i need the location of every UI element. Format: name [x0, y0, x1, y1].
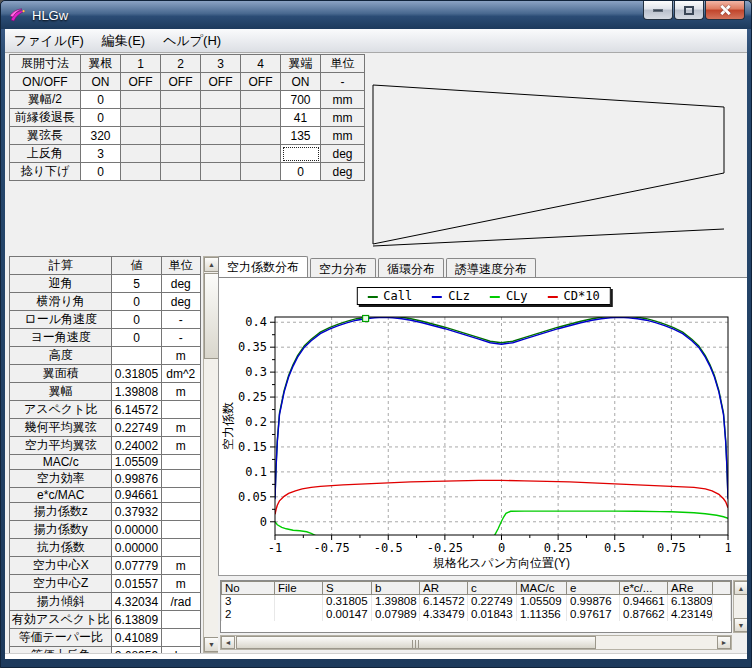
value-cell[interactable]: 0: [112, 311, 161, 329]
unit-cell: /rad: [161, 593, 200, 611]
scroll-thumb[interactable]: [236, 636, 596, 649]
cell[interactable]: 4.23149: [668, 608, 713, 621]
cell[interactable]: [275, 595, 323, 608]
cell[interactable]: 0.07989: [372, 608, 420, 621]
col-header[interactable]: MAC/c: [517, 582, 567, 595]
cell[interactable]: 1.11356: [517, 608, 567, 621]
cell[interactable]: 700: [281, 91, 321, 109]
cell[interactable]: 0.00147: [323, 608, 372, 621]
cell[interactable]: 6.13809: [668, 595, 713, 608]
col-header[interactable]: b: [372, 582, 420, 595]
minimize-button[interactable]: [643, 1, 673, 20]
calc-table-panel: 計算値単位迎角5deg横滑り角0degロール角速度0-ヨー角速度0-高度m翼面積…: [9, 256, 220, 653]
col-header[interactable]: ARe: [668, 582, 713, 595]
row-label: 揚力傾斜: [10, 593, 112, 611]
value-cell[interactable]: 0.41089: [112, 629, 161, 647]
cell[interactable]: 0.94661: [620, 595, 668, 608]
col-header[interactable]: S: [323, 582, 372, 595]
results-vscrollbar[interactable]: ▲ ▼: [733, 580, 747, 633]
cell[interactable]: ON: [81, 73, 121, 91]
y-tick-label: 0.3: [245, 365, 267, 379]
value-cell[interactable]: 1.39808: [112, 383, 161, 401]
col-header[interactable]: e*c/...: [620, 582, 668, 595]
cell[interactable]: [281, 145, 321, 163]
scroll-up-button[interactable]: ▲: [204, 257, 219, 272]
cell[interactable]: 6.14572: [420, 595, 468, 608]
scroll-thumb[interactable]: [204, 273, 219, 359]
cell[interactable]: 1.39808: [372, 595, 420, 608]
cell[interactable]: 2: [222, 608, 275, 621]
scroll-down-button[interactable]: ▼: [204, 637, 219, 652]
value-cell[interactable]: 0: [112, 293, 161, 311]
cell[interactable]: [275, 608, 323, 621]
value-cell[interactable]: 0: [112, 329, 161, 347]
value-cell[interactable]: 0.00000: [112, 521, 161, 539]
cell[interactable]: OFF: [161, 73, 201, 91]
col-header[interactable]: e: [567, 582, 620, 595]
unit-cell: m: [161, 347, 200, 365]
cell[interactable]: OFF: [241, 73, 281, 91]
close-button[interactable]: [705, 1, 745, 20]
cell[interactable]: ON: [281, 73, 321, 91]
results-row[interactable]: 20.001470.079894.334790.018431.113560.97…: [222, 608, 731, 621]
results-row[interactable]: 30.318051.398086.145720.227491.055090.99…: [222, 595, 731, 608]
menu-help[interactable]: ヘルプ(H): [154, 30, 230, 52]
tab-circulation-dist[interactable]: 循環分布: [378, 258, 444, 277]
col-header[interactable]: File: [275, 582, 323, 595]
value-cell[interactable]: 0.22749: [112, 419, 161, 437]
results-hscrollbar[interactable]: ◄ ►: [220, 635, 732, 650]
cell[interactable]: 0.01843: [468, 608, 517, 621]
value-cell[interactable]: 0.37932: [112, 503, 161, 521]
maximize-button[interactable]: [674, 1, 704, 20]
value-cell[interactable]: 5: [112, 275, 161, 293]
value-cell[interactable]: 0.99876: [112, 470, 161, 488]
cell[interactable]: 41: [281, 109, 321, 127]
tab-aero-dist[interactable]: 空力分布: [310, 258, 376, 277]
value-cell[interactable]: 1.05509: [112, 455, 161, 470]
value-cell[interactable]: 0.94661: [112, 488, 161, 503]
value-cell[interactable]: 6.14572: [112, 401, 161, 419]
cell[interactable]: 0: [281, 163, 321, 181]
cell[interactable]: 3: [222, 595, 275, 608]
cell[interactable]: 0.22749: [468, 595, 517, 608]
y-tick-label: 0: [260, 515, 267, 529]
cell[interactable]: 0: [81, 109, 121, 127]
cell[interactable]: 0: [81, 163, 121, 181]
menu-file[interactable]: ファイル(F): [5, 30, 93, 52]
value-cell[interactable]: 0.07779: [112, 557, 161, 575]
tab-induced-velocity-dist[interactable]: 誘導速度分布: [446, 258, 536, 277]
scroll-right-button[interactable]: ►: [717, 636, 731, 649]
title-bar[interactable]: HLGw: [1, 1, 751, 29]
cell[interactable]: 135: [281, 127, 321, 145]
cell[interactable]: 0: [81, 91, 121, 109]
scroll-down-button[interactable]: ▼: [734, 618, 747, 632]
cell[interactable]: 0.99876: [567, 595, 620, 608]
tab-aero-coeff-dist[interactable]: 空力係数分布: [218, 256, 308, 277]
cell[interactable]: 0.87662: [620, 608, 668, 621]
row-label: ロール角速度: [10, 311, 112, 329]
cell[interactable]: 3: [81, 145, 121, 163]
scroll-left-button[interactable]: ◄: [221, 636, 235, 649]
cell[interactable]: 1.05509: [517, 595, 567, 608]
value-cell[interactable]: 0.31805: [112, 365, 161, 383]
value-cell[interactable]: 0.24002: [112, 437, 161, 455]
x-tick-label: 0.25: [544, 541, 573, 555]
col-header[interactable]: AR: [420, 582, 468, 595]
cell[interactable]: 0.97617: [567, 608, 620, 621]
cell[interactable]: OFF: [201, 73, 241, 91]
cell[interactable]: 0.31805: [323, 595, 372, 608]
cell: deg: [321, 145, 365, 163]
value-cell[interactable]: 4.32034: [112, 593, 161, 611]
col-header[interactable]: No: [222, 582, 275, 595]
cell[interactable]: OFF: [121, 73, 161, 91]
col-header[interactable]: c: [468, 582, 517, 595]
value-cell[interactable]: 0.00000: [112, 539, 161, 557]
cell[interactable]: 4.33479: [420, 608, 468, 621]
value-cell[interactable]: 6.13809: [112, 611, 161, 629]
scroll-up-button[interactable]: ▲: [734, 581, 747, 595]
cell[interactable]: 320: [81, 127, 121, 145]
menu-edit[interactable]: 編集(E): [93, 30, 154, 52]
value-cell[interactable]: 0.01557: [112, 575, 161, 593]
col-header: 値: [112, 257, 161, 275]
value-cell[interactable]: [112, 347, 161, 365]
